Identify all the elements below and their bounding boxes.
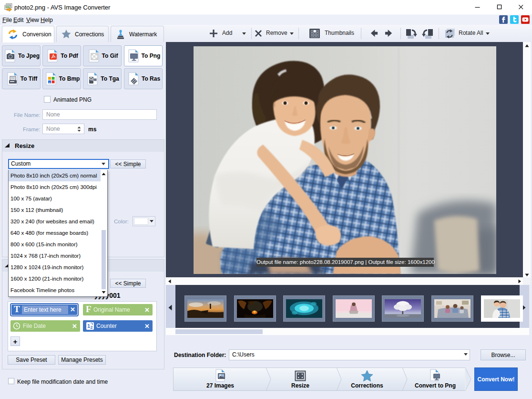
svg-text:1: 1: [87, 323, 90, 329]
svg-text:2: 2: [91, 325, 93, 330]
